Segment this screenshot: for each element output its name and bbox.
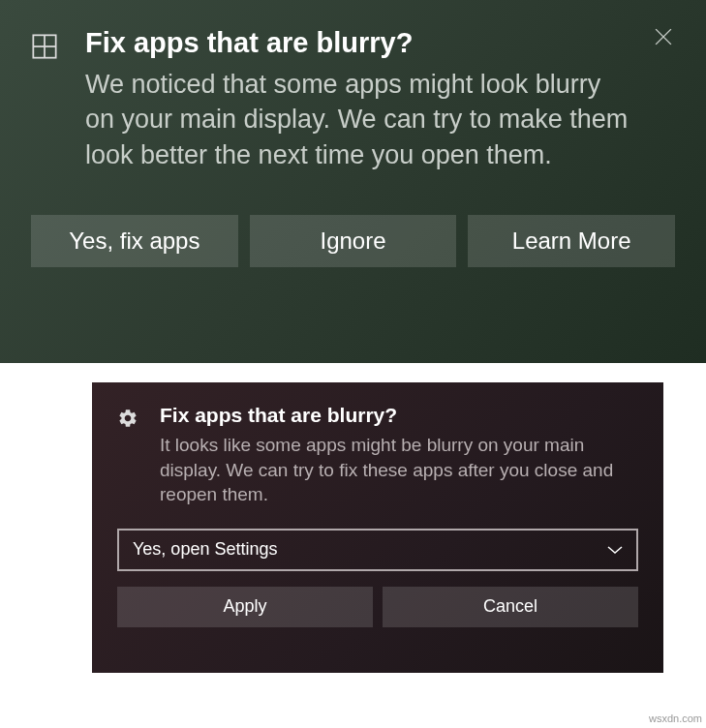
settings-gear-icon [117, 408, 138, 433]
toast-title: Fix apps that are blurry? [160, 404, 638, 427]
toast-header: Fix apps that are blurry? We noticed tha… [31, 27, 675, 172]
dropdown-selected-text: Yes, open Settings [133, 539, 277, 560]
toast-content: Fix apps that are blurry? It looks like … [160, 404, 638, 507]
blurry-apps-toast-buttons: Fix apps that are blurry? We noticed tha… [0, 0, 706, 363]
ignore-button[interactable]: Ignore [250, 215, 457, 267]
learn-more-button[interactable]: Learn More [468, 215, 675, 267]
close-button[interactable] [644, 17, 683, 56]
watermark: wsxdn.com [649, 713, 702, 724]
toast-button-row: Apply Cancel [117, 587, 638, 627]
chevron-down-icon [607, 541, 623, 559]
cancel-button[interactable]: Cancel [383, 587, 638, 627]
toast-body: It looks like some apps might be blurry … [160, 433, 638, 507]
toast-title: Fix apps that are blurry? [85, 27, 636, 59]
toast-body: We noticed that some apps might look blu… [85, 67, 636, 172]
app-grid-icon [31, 33, 58, 64]
close-icon [655, 28, 672, 46]
apply-button[interactable]: Apply [117, 587, 373, 627]
blurry-apps-toast-dropdown: Fix apps that are blurry? It looks like … [92, 382, 663, 673]
yes-fix-apps-button[interactable]: Yes, fix apps [31, 215, 238, 267]
toast-header: Fix apps that are blurry? It looks like … [117, 404, 638, 507]
action-dropdown[interactable]: Yes, open Settings [117, 529, 638, 571]
toast-button-row: Yes, fix apps Ignore Learn More [31, 215, 675, 267]
toast-content: Fix apps that are blurry? We noticed tha… [85, 27, 675, 172]
